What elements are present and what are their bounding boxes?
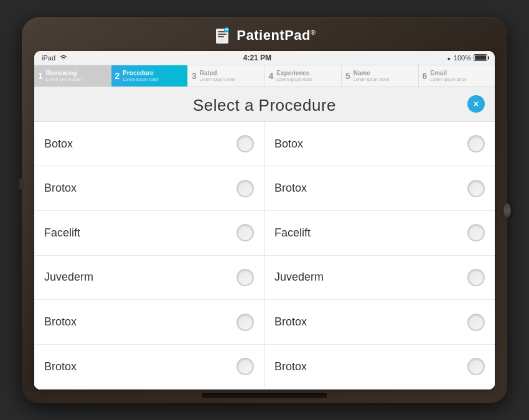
procedure-grid: Botox Botox Brotox Brotox Facelif [34,121,495,390]
procedure-item-brotox-left[interactable]: Brotox [34,166,264,211]
radio-juvederm-left[interactable] [236,269,254,286]
time-display: 4:21 PM [243,54,271,62]
progress-steps: 1 Reviewing Lorem ipsum dolor 2 Procedur… [34,65,495,87]
procedure-item-brotox-right[interactable]: Brotox [264,166,495,211]
device-label: iPad [42,54,55,62]
bottom-slot [202,393,327,398]
radio-brotox2-left[interactable] [236,314,254,331]
step-1[interactable]: 1 Reviewing Lorem ipsum dolor [34,65,111,86]
radio-facelift-right[interactable] [467,224,485,241]
svg-rect-3 [218,36,224,37]
main-content: Select a Procedure × Botox Botox Brotox [34,87,495,390]
wifi-icon [59,54,68,62]
step-6[interactable]: 6 Email Lorem ipsum dolor [419,65,495,86]
procedure-item-facelift-right[interactable]: Facelift [264,211,495,256]
procedure-item-brotox2-left[interactable]: Brotox [34,300,264,345]
side-button-left [19,179,24,189]
procedure-item-botox-right[interactable]: Botox [264,122,495,167]
status-right: ⬥ 100% [447,54,487,62]
side-button-right [503,203,511,218]
ipad-screen: iPad 4:21 PM ⬥ 100% 1 Reviewing Lorem i [34,51,495,390]
procedure-item-facelift-left[interactable]: Facelift [34,211,264,256]
brand-name: PatientPad® [236,27,316,44]
step-4[interactable]: 4 Experience Lorem ipsum dolor [265,65,342,86]
battery-percent: 100% [454,54,471,62]
radio-botox-left[interactable] [236,135,254,152]
radio-brotox3-left[interactable] [236,358,254,375]
radio-brotox2-right[interactable] [467,314,485,331]
battery-indicator [474,54,487,61]
procedure-item-brotox2-right[interactable]: Brotox [264,300,495,345]
radio-botox-right[interactable] [467,135,485,152]
patientpad-icon [213,26,232,45]
radio-brotox-right[interactable] [467,180,485,197]
radio-facelift-left[interactable] [236,224,254,241]
radio-brotox-left[interactable] [236,180,254,197]
procedure-item-juvederm-left[interactable]: Juvederm [34,256,264,301]
radio-juvederm-right[interactable] [467,269,485,286]
procedure-item-brotox3-left[interactable]: Brotox [34,345,264,390]
brand-header: PatientPad® [213,26,316,45]
step-3[interactable]: 3 Rated Lorem ipsum dolor [188,65,265,86]
svg-point-4 [224,27,229,32]
procedure-item-juvederm-right[interactable]: Juvederm [264,256,495,301]
step-5[interactable]: 5 Name Lorem ipsum dolor [342,65,419,86]
svg-rect-2 [218,34,227,35]
status-bar: iPad 4:21 PM ⬥ 100% [34,51,495,65]
procedure-item-brotox3-right[interactable]: Brotox [264,345,495,390]
radio-brotox3-right[interactable] [467,358,485,375]
status-left: iPad [42,54,68,62]
page-title: Select a Procedure [193,96,336,115]
procedure-item-botox-left[interactable]: Botox [34,122,264,167]
bluetooth-icon: ⬥ [447,54,451,62]
device-frame: PatientPad® iPad 4:21 PM ⬥ 100% [22,17,507,403]
step-2[interactable]: 2 Procedure Lorem ipsum dolor [111,65,189,86]
close-button[interactable]: × [467,95,485,113]
page-title-row: Select a Procedure × [34,87,495,121]
